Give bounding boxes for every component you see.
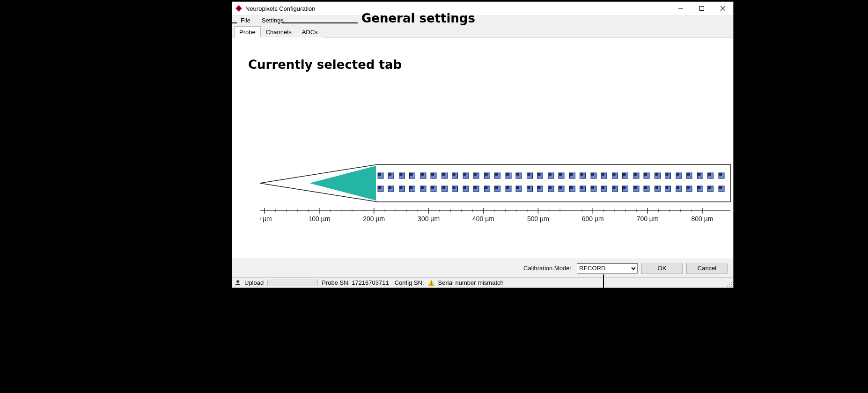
- svg-rect-72: [719, 186, 722, 189]
- axis-tick-label: 500 µm: [527, 215, 549, 222]
- window-title: Neuropixels Configuration: [245, 5, 316, 12]
- resize-grip[interactable]: [726, 281, 732, 287]
- svg-rect-38: [538, 186, 541, 189]
- svg-rect-55: [634, 173, 637, 176]
- svg-rect-26: [474, 186, 477, 189]
- svg-point-1: [238, 7, 240, 9]
- svg-rect-50: [602, 186, 604, 189]
- svg-rect-52: [623, 173, 626, 176]
- svg-rect-63: [677, 173, 679, 176]
- button-bar: Calibration Mode: RECORD OK Cancel: [232, 259, 733, 277]
- svg-rect-15: [421, 173, 424, 176]
- svg-rect-8: [389, 173, 391, 176]
- svg-point-122: [731, 284, 732, 285]
- svg-rect-60: [666, 173, 669, 176]
- svg-rect-25: [463, 186, 466, 189]
- svg-point-121: [729, 284, 730, 285]
- svg-rect-37: [528, 186, 530, 189]
- svg-rect-71: [719, 173, 722, 176]
- annotation-tick-select: [603, 274, 604, 298]
- svg-point-124: [729, 286, 730, 287]
- app-window: Neuropixels Configuration File Settings …: [232, 1, 734, 288]
- svg-rect-70: [708, 186, 711, 189]
- svg-rect-56: [644, 173, 647, 176]
- svg-rect-10: [389, 186, 391, 189]
- cancel-button[interactable]: Cancel: [686, 263, 728, 274]
- svg-marker-116: [236, 280, 240, 283]
- svg-rect-66: [687, 186, 690, 189]
- svg-rect-40: [559, 173, 562, 176]
- svg-rect-9: [378, 186, 381, 189]
- svg-rect-34: [516, 186, 519, 189]
- svg-rect-43: [570, 173, 573, 176]
- svg-rect-62: [666, 186, 669, 189]
- close-button[interactable]: [712, 2, 733, 15]
- probe-sn-label: Probe SN:: [322, 279, 350, 286]
- svg-rect-59: [655, 173, 658, 176]
- svg-marker-6: [309, 166, 376, 200]
- svg-rect-115: [235, 284, 240, 285]
- svg-rect-48: [602, 173, 604, 176]
- svg-rect-16: [431, 173, 434, 176]
- probe-sn-value: 17216703711: [352, 279, 389, 286]
- svg-rect-32: [516, 173, 519, 176]
- tab-strip: Probe Channels ADCs: [232, 25, 733, 37]
- menu-file[interactable]: File: [235, 16, 256, 25]
- calibration-mode-select[interactable]: RECORD: [577, 263, 638, 274]
- svg-rect-68: [708, 173, 711, 176]
- svg-rect-58: [644, 186, 647, 189]
- annotation-line-file: [231, 22, 237, 23]
- axis-tick-label: 700 µm: [637, 215, 659, 222]
- svg-rect-46: [581, 186, 583, 189]
- svg-point-123: [727, 286, 728, 287]
- svg-rect-22: [453, 186, 456, 189]
- svg-point-120: [731, 282, 732, 283]
- statusbar: Upload Probe SN: 17216703711 Config SN: …: [232, 277, 733, 288]
- svg-rect-61: [655, 186, 658, 189]
- svg-rect-24: [474, 173, 477, 176]
- warning-text: Serial number mismatch: [438, 279, 504, 286]
- svg-rect-21: [442, 186, 445, 189]
- svg-rect-29: [485, 186, 488, 189]
- axis-tick-label: 300 µm: [418, 215, 440, 222]
- svg-rect-39: [549, 173, 552, 176]
- minimize-button[interactable]: [670, 2, 691, 15]
- ok-button[interactable]: OK: [641, 263, 683, 274]
- tab-channels[interactable]: Channels: [261, 26, 297, 37]
- svg-rect-53: [613, 186, 616, 189]
- svg-rect-41: [549, 186, 552, 189]
- svg-rect-45: [570, 186, 573, 189]
- axis-tick-label: 200 µm: [363, 215, 385, 222]
- menubar: File Settings: [232, 15, 733, 25]
- tab-adcs[interactable]: ADCs: [297, 26, 323, 37]
- svg-rect-17: [421, 186, 424, 189]
- svg-rect-3: [699, 7, 704, 11]
- warning-icon: [428, 280, 434, 286]
- menu-settings[interactable]: Settings: [256, 16, 289, 25]
- annotation-current-tab: Currently selected tab: [248, 58, 402, 72]
- annotation-general-settings: General settings: [361, 11, 475, 25]
- svg-rect-28: [495, 173, 498, 176]
- tab-probe[interactable]: Probe: [234, 26, 261, 37]
- calibration-mode-label: Calibration Mode:: [523, 265, 571, 272]
- axis-tick-label: 800 µm: [691, 215, 714, 222]
- svg-rect-69: [698, 186, 701, 189]
- svg-rect-31: [506, 173, 509, 176]
- svg-rect-42: [559, 186, 562, 189]
- svg-rect-35: [528, 173, 530, 176]
- annotation-tick-upload: [290, 288, 291, 298]
- svg-rect-14: [410, 186, 413, 189]
- upload-label: Upload: [244, 279, 264, 286]
- svg-rect-36: [538, 173, 541, 176]
- svg-rect-57: [634, 186, 637, 189]
- svg-rect-19: [442, 173, 445, 176]
- svg-rect-33: [506, 186, 509, 189]
- svg-rect-7: [378, 173, 381, 176]
- svg-rect-30: [495, 186, 498, 189]
- axis-tick-label: 100 µm: [308, 215, 330, 222]
- svg-rect-27: [485, 173, 488, 176]
- svg-rect-67: [698, 173, 701, 176]
- maximize-button[interactable]: [691, 2, 712, 15]
- axis-tick-label: 600 µm: [582, 215, 604, 222]
- svg-rect-49: [591, 186, 594, 189]
